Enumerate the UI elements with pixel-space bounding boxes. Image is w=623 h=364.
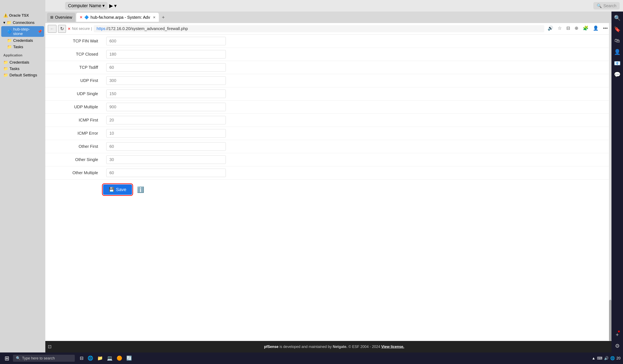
back-button[interactable]: ← — [48, 25, 56, 33]
refresh-button[interactable]: ↻ — [58, 25, 66, 33]
tab-hub-label: hub-fw.home.arpa - System: Adv — [90, 15, 150, 20]
folder-icon: 📁 — [3, 60, 8, 65]
read-aloud-button[interactable]: 🔊 — [546, 25, 555, 33]
table-row: TCP FIN Wait — [45, 35, 623, 48]
field-input-7[interactable] — [106, 129, 226, 138]
table-row: UDP Single — [45, 87, 623, 101]
extensions-button[interactable]: 🧩 — [581, 25, 590, 33]
search-icon: 🔍 — [597, 3, 602, 8]
taskbar-keyboard[interactable]: ⌨ — [597, 356, 602, 361]
scrollbar-track — [609, 23, 611, 341]
edge-profile-icon[interactable]: 👤 — [612, 47, 622, 57]
field-input-10[interactable] — [106, 169, 226, 177]
table-row: UDP Multiple — [45, 101, 623, 114]
sidebar-item-app-credentials[interactable]: 📁 Credentials — [1, 59, 44, 65]
scrollbar-thumb[interactable] — [609, 300, 611, 341]
sidebar-item-connections[interactable]: ▾ 📁 Connections — [1, 19, 44, 26]
favorites-button[interactable]: ☆ — [556, 25, 563, 33]
chevron-down-icon: ▾ — [114, 3, 117, 9]
sidebar-item-credentials[interactable]: 📁 Credentials — [1, 37, 44, 44]
taskbar-app1[interactable]: 🟠 — [115, 355, 124, 362]
browser-window: ⊞ Overview ✕ 🔷 hub-fw.home.arpa - System… — [45, 12, 623, 352]
edge-settings-icon[interactable]: ⚙ — [613, 341, 621, 351]
browser-profile-button[interactable]: 👤 — [591, 25, 600, 33]
sidebar-item-app-tasks[interactable]: 📁 Tasks — [1, 65, 44, 72]
taskbar-app2[interactable]: 🔄 — [125, 355, 134, 362]
edge-outlook-icon[interactable]: 📧 — [612, 59, 622, 68]
play-button[interactable]: ▶ ▾ — [109, 3, 117, 9]
taskbar-search[interactable]: 🔍 Type here to search — [13, 355, 75, 362]
field-input-8[interactable] — [106, 142, 226, 151]
table-row: ICMP First — [45, 114, 623, 127]
main-content: TCP FIN Wait TCP Closed TCP Tsdiff UDP F… — [45, 35, 623, 341]
new-tab-button[interactable]: + — [160, 14, 167, 21]
field-label-0: TCP FIN Wait — [45, 36, 103, 46]
field-input-5[interactable] — [106, 103, 226, 111]
field-input-1[interactable] — [106, 50, 226, 59]
table-row: Other Multiple — [45, 166, 623, 180]
folder-icon: 📁 — [7, 38, 12, 43]
info-icon: ℹ️ — [137, 186, 144, 193]
tab-bar: ⊞ Overview ✕ 🔷 hub-fw.home.arpa - System… — [45, 12, 623, 23]
field-label-9: Other Single — [45, 155, 103, 165]
tab-overview[interactable]: ⊞ Overview — [47, 13, 75, 22]
application-section: Application — [0, 51, 45, 58]
taskbar-network[interactable]: 🌐 — [610, 356, 615, 361]
folder-icon: 📁 — [3, 66, 8, 71]
computer-name-dropdown[interactable]: Computer Name ▾ — [65, 2, 108, 10]
table-row: Other Single — [45, 153, 623, 166]
folder-icon: 📁 — [7, 20, 12, 25]
taskbar-task-view[interactable]: ⊟ — [78, 355, 85, 362]
sidebar-item-default-settings[interactable]: 📁 Default Settings — [1, 72, 44, 78]
footer: ⊡ pfSense is developed and maintained by… — [45, 341, 623, 352]
field-input-9[interactable] — [106, 155, 226, 164]
view-license-link[interactable]: View license. — [381, 345, 404, 349]
add-favorites-button[interactable]: ⊕ — [573, 25, 580, 33]
tab-active-close[interactable]: ✕ — [153, 15, 156, 19]
edge-favorites-icon[interactable]: 🔖 — [612, 24, 622, 34]
split-view-button[interactable]: ⊟ — [565, 25, 572, 33]
search-bar[interactable]: 🔍 Search — [593, 2, 620, 9]
pfsense-icon: 🔷 — [84, 15, 89, 20]
field-input-3[interactable] — [106, 76, 226, 85]
table-row: TCP Tsdiff — [45, 61, 623, 74]
taskbar-up-arrow[interactable]: ▲ — [592, 356, 595, 361]
footer-left-icon: ⊡ — [48, 344, 51, 349]
field-input-4[interactable] — [106, 89, 226, 98]
url-bar[interactable]: https //172.16.0.20/system_advanced_fire… — [94, 25, 544, 32]
edge-sidebar: 🔍 🔖 🛍 👤 📧 💬 + ⚙ — [611, 12, 623, 352]
field-label-4: UDP Single — [45, 89, 103, 99]
field-label-7: ICMP Error — [45, 128, 103, 138]
edge-notification-icon[interactable]: + — [614, 330, 620, 340]
chevron-down-icon: ▾ — [102, 3, 105, 8]
save-area: 💾 Save ℹ️ — [45, 180, 623, 200]
field-label-3: UDP First — [45, 76, 103, 86]
edge-shop-icon[interactable]: 🛍 — [613, 36, 622, 45]
sidebar: ⚠️ Oracle TSX ▾ 📁 Connections 🔷 hub-step… — [0, 0, 45, 364]
sidebar-item-tasks[interactable]: 📁 Tasks — [1, 44, 44, 50]
field-input-0[interactable] — [106, 37, 226, 45]
table-row: TCP Closed — [45, 48, 623, 61]
tab-hub-step-stone[interactable]: ✕ 🔷 hub-fw.home.arpa - System: Adv ✕ — [76, 13, 159, 22]
sidebar-item-hub-step-stone[interactable]: 🔷 hub-step-stone 📌 — [1, 26, 44, 37]
field-label-5: UDP Multiple — [45, 102, 103, 112]
tab-close-x[interactable]: ✕ — [80, 15, 83, 20]
field-label-6: ICMP First — [45, 115, 103, 125]
taskbar-edge[interactable]: 🌐 — [86, 355, 95, 362]
taskbar-explorer[interactable]: 📁 — [96, 355, 104, 362]
edge-search-icon[interactable]: 🔍 — [612, 13, 622, 23]
edge-teams-icon[interactable]: 💬 — [612, 70, 622, 80]
url-rest-part: //172.16.0.20/system_advanced_firewall.p… — [106, 26, 188, 31]
field-label-10: Other Multiple — [45, 168, 103, 178]
taskbar-search-icon: 🔍 — [16, 356, 20, 361]
table-row: Other First — [45, 140, 623, 153]
taskbar-terminal[interactable]: 💻 — [105, 355, 114, 362]
taskbar: ⊞ 🔍 Type here to search ⊟ 🌐 📁 💻 🟠 🔄 ▲ ⌨ … — [0, 352, 623, 364]
taskbar-volume[interactable]: 🔊 — [604, 356, 609, 361]
field-input-2[interactable] — [106, 63, 226, 72]
field-input-6[interactable] — [106, 116, 226, 124]
more-button[interactable]: ••• — [601, 25, 609, 33]
url-secure-part: https — [97, 26, 106, 31]
start-button[interactable]: ⊞ — [2, 354, 11, 363]
save-button[interactable]: 💾 Save — [103, 184, 132, 195]
